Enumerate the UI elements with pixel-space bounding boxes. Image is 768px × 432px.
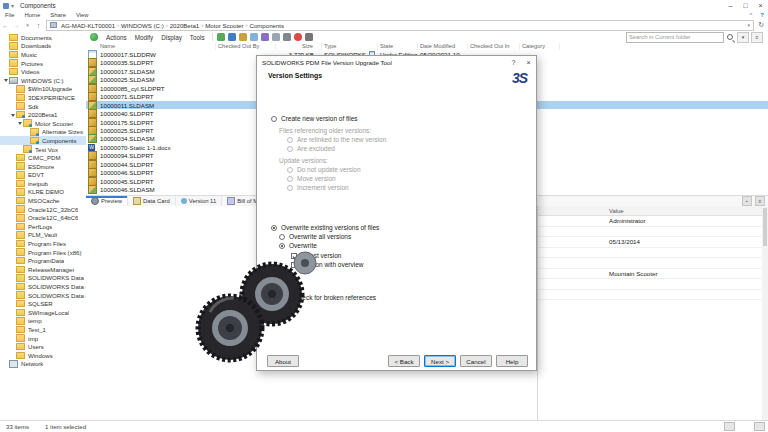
sidebar-item-temp[interactable]: temp [0,317,86,326]
option-latest-version[interactable]: Latest version [291,251,526,260]
sidebar-item-motor-scooter[interactable]: Motor Scooter [0,119,86,128]
close-button[interactable]: × [753,0,768,11]
sidebar-item-test-1[interactable]: Test_1 [0,325,86,334]
breadcrumb-segment-motor-scooter[interactable]: Motor Scooter [203,22,245,29]
column-header-type[interactable]: Type [322,43,378,50]
check-out-icon[interactable] [217,33,225,41]
sidebar-item-windows-c[interactable]: WINDOWS (C:) [0,76,86,85]
sidebar-item-oracle12c-32bc6[interactable]: Oracle12C_32bC6 [0,205,86,214]
column-header-state[interactable]: State [378,43,418,50]
sidebar-item-3dexperience[interactable]: 3DEXPERIENCE [0,93,86,102]
sidebar-item-win10upgrade[interactable]: $Win10Upgrade [0,85,86,94]
column-header-date-modified[interactable]: Date Modified [418,43,468,50]
sidebar-item-edvt[interactable]: EDVT [0,171,86,180]
maximize-button[interactable]: □ [738,0,753,11]
column-header-name[interactable]: Name [98,43,216,50]
dialog-help-bottom-button[interactable]: Help [496,355,528,367]
menu-tools[interactable]: Tools [186,34,209,41]
minimize-button[interactable]: – [723,0,738,11]
dialog-help-button[interactable]: ? [506,56,521,69]
sidebar-item-cimc-pdm[interactable]: CIMC_PDM [0,153,86,162]
breadcrumb-segment-ag-mad-klt00001[interactable]: AG-MAD-KLT00001 [59,22,117,29]
sidebar-item-plm-vault[interactable]: PLM_Vault [0,231,86,240]
back-wizard-button[interactable]: < Back [388,355,420,367]
qat-dropdown-icon[interactable]: ▾ [11,2,14,9]
print-icon[interactable] [272,33,280,41]
sidebar-item-perflogs[interactable]: PerfLogs [0,222,86,231]
sidebar-item-program-files[interactable]: Program Files [0,239,86,248]
sidebar-item-solidworks-data[interactable]: SOLIDWORKS Data [0,274,86,283]
option-create-new-version-of-files[interactable]: Create new version of files [271,114,526,123]
breadcrumb-segment-windows-c[interactable]: WINDOWS (C:) [119,22,166,29]
sidebar-item-sdk[interactable]: Sdk [0,102,86,111]
sidebar-item-videos[interactable]: Videos [0,67,86,76]
sidebar-item-2020beta1[interactable]: 2020Beta1 [0,110,86,119]
breadcrumb-segment-components[interactable]: Components [248,22,287,29]
sidebar-item-oracle12c-64bc6[interactable]: Oracle12C_64bC6 [0,213,86,222]
panel-options-icon[interactable]: ≡ [755,196,765,206]
sidebar-item-program-files-x86[interactable]: Program Files (x86) [0,248,86,257]
menu-modify[interactable]: Modify [131,34,158,41]
history-icon[interactable] [261,33,269,41]
sidebar-item-test-vox[interactable]: Test Vox [0,145,86,154]
ribbon-tab-share[interactable]: Share [45,12,71,18]
check-in-icon[interactable] [228,33,236,41]
menu-display[interactable]: Display [157,34,186,41]
get-latest-icon[interactable] [250,33,258,41]
sidebar-item-alternate-sizes[interactable]: Alternate Sizes [0,128,86,137]
back-button[interactable]: ← [0,22,11,29]
thumbnail-view-icon[interactable] [754,422,765,431]
search-option-icon-1[interactable]: ≡ [751,32,763,43]
breadcrumb[interactable]: AG-MAD-KLT00001›WINDOWS (C:)›2020Beta1›M… [46,20,754,31]
sidebar-item-network[interactable]: Network [0,360,86,369]
history-dropdown-icon[interactable]: ▾ [22,22,33,28]
sidebar-item-swimagelocal[interactable]: SWImageLocal [0,308,86,317]
sidebar-item-documents[interactable]: Documents [0,33,86,42]
undo-check-out-icon[interactable] [239,33,247,41]
next-button[interactable]: Next > [424,355,456,367]
stop-icon[interactable] [294,33,302,41]
search-icon[interactable] [725,32,736,42]
column-header-checked-out-by[interactable]: Checked Out By [216,43,276,50]
sidebar-item-downloads[interactable]: Downloads [0,42,86,51]
settings-icon[interactable] [305,33,313,41]
sidebar-item-msocache[interactable]: MSOCache [0,196,86,205]
sidebar-item-sqlser[interactable]: SQLSER [0,299,86,308]
detail-scrollbar[interactable] [762,206,768,421]
menu-actions[interactable]: Actions [102,34,131,41]
address-dropdown-icon[interactable]: ▾ [745,22,754,28]
search-input[interactable] [626,32,724,43]
cancel-button[interactable]: Cancel [460,355,492,367]
panel-pin-icon[interactable]: ▪ [742,196,752,206]
column-header-size[interactable]: Size [276,43,322,50]
option-overwrite-existing-versions-of-files[interactable]: Overwrite existing versions of files [271,223,526,232]
option-overwrite-all-versions[interactable]: Overwrite all versions [279,232,526,241]
up-button[interactable]: ↑ [33,22,44,29]
sidebar-item-users[interactable]: Users [0,342,86,351]
sidebar-item-inetpub[interactable]: inetpub [0,179,86,188]
column-header-category[interactable]: Category [520,43,560,50]
sidebar-item-esdmore[interactable]: ESDmore [0,162,86,171]
sidebar-item-programdata[interactable]: ProgramData [0,256,86,265]
help-icon[interactable]: ? [756,12,768,18]
about-button[interactable]: About [267,355,299,367]
sidebar-item-klre-demo[interactable]: KLRE DEMO [0,188,86,197]
sidebar-item-solidworks-data-2[interactable]: SOLIDWORKS Data (2) [0,282,86,291]
sidebar-item-music[interactable]: Music [0,50,86,59]
ribbon-collapse-icon[interactable]: ^ [746,12,757,18]
sidebar-item-releasemanager[interactable]: ReleaseManager [0,265,86,274]
search-option-icon-0[interactable]: ▾ [737,32,749,43]
forward-button[interactable]: → [11,22,22,29]
dialog-close-button[interactable]: × [521,56,536,69]
refresh-icon[interactable]: ↻ [758,21,764,29]
sidebar-item-pictures[interactable]: Pictures [0,59,86,68]
sidebar-item-windows[interactable]: Windows [0,351,86,360]
search-files-icon[interactable] [283,33,291,41]
ribbon-tab-home[interactable]: Home [20,12,46,18]
sidebar-item-solidworks-data-3[interactable]: SOLIDWORKS Data (3) [0,291,86,300]
details-view-icon[interactable] [724,422,735,431]
option-skip-check-for-broken-references[interactable]: Skip check for broken references [271,293,526,302]
option-overwrite[interactable]: Overwrite [279,241,526,250]
sidebar-item-tmp[interactable]: tmp [0,334,86,343]
sidebar-item-components[interactable]: Components [0,136,86,145]
